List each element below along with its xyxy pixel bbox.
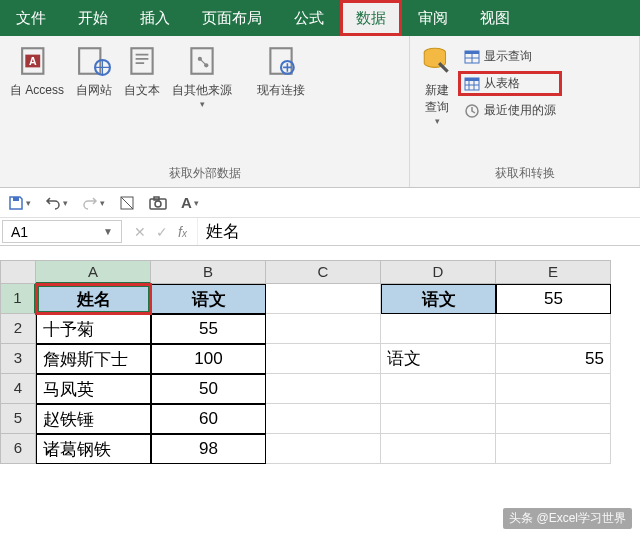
new-query-icon [420,44,454,78]
cell-b1[interactable]: 语文 [151,284,266,314]
row-header[interactable]: 5 [0,404,36,434]
col-header-d[interactable]: D [381,260,496,284]
cell-a3[interactable]: 詹姆斯下士 [36,344,151,374]
from-other-button[interactable]: 自其他来源 ▾ [166,42,238,111]
cancel-formula-button[interactable]: ✕ [134,224,146,240]
from-access-label: 自 Access [10,82,64,99]
menu-layout[interactable]: 页面布局 [186,0,278,36]
cell-b5[interactable]: 60 [151,404,266,434]
new-query-label: 新建 查询 [425,82,449,116]
cell-e1[interactable]: 55 [496,284,611,314]
show-queries-icon [464,49,480,65]
row-header[interactable]: 2 [0,314,36,344]
show-queries-label: 显示查询 [484,48,532,65]
cell-e4[interactable] [496,374,611,404]
from-access-button[interactable]: A 自 Access [4,42,70,101]
print-preview-button[interactable] [119,195,135,211]
col-header-a[interactable]: A [36,260,151,284]
group-transform-label: 获取和转换 [414,162,635,185]
group-external-label: 获取外部数据 [4,162,405,185]
from-web-button[interactable]: 自网站 [70,42,118,101]
cell-c4[interactable] [266,374,381,404]
save-button[interactable]: ▾ [8,195,31,211]
cell-b6[interactable]: 98 [151,434,266,464]
fx-button[interactable]: fx [178,224,187,240]
cell-d6[interactable] [381,434,496,464]
cell-c3[interactable] [266,344,381,374]
cell-b3[interactable]: 100 [151,344,266,374]
cell-b2[interactable]: 55 [151,314,266,344]
cell-a1[interactable]: 姓名 [36,284,151,314]
col-header-e[interactable]: E [496,260,611,284]
from-table-button[interactable]: 从表格 [460,73,560,94]
svg-text:A: A [29,55,37,67]
cell-d1[interactable]: 语文 [381,284,496,314]
select-all-corner[interactable] [0,260,36,284]
menu-bar: 文件 开始 插入 页面布局 公式 数据 审阅 视图 [0,0,640,36]
cell-e3[interactable]: 55 [496,344,611,374]
menu-file[interactable]: 文件 [0,0,62,36]
new-query-button[interactable]: 新建 查询 ▾ [414,42,460,128]
existing-conn-label: 现有连接 [257,82,305,99]
font-size-button[interactable]: A▾ [181,194,199,211]
cell-c1[interactable] [266,284,381,314]
from-text-button[interactable]: 自文本 [118,42,166,101]
chevron-down-icon: ▼ [103,226,113,237]
spreadsheet-grid[interactable]: A B C D E 1 姓名 语文 语文 55 2 十予菊 55 3 詹姆斯下士… [0,260,640,464]
existing-conn-button[interactable]: 现有连接 [251,42,311,101]
svg-rect-17 [13,197,19,201]
cell-c2[interactable] [266,314,381,344]
cell-c6[interactable] [266,434,381,464]
recent-icon [464,103,480,119]
col-header-b[interactable]: B [151,260,266,284]
menu-formula[interactable]: 公式 [278,0,340,36]
cell-a4[interactable]: 马凤英 [36,374,151,404]
row-header[interactable]: 1 [0,284,36,314]
row-header[interactable]: 3 [0,344,36,374]
cell-d4[interactable] [381,374,496,404]
formula-input[interactable]: 姓名 [197,218,640,245]
camera-button[interactable] [149,195,167,211]
from-text-label: 自文本 [124,82,160,99]
accept-formula-button[interactable]: ✓ [156,224,168,240]
svg-rect-15 [465,78,479,81]
menu-insert[interactable]: 插入 [124,0,186,36]
row-header[interactable]: 6 [0,434,36,464]
show-queries-button[interactable]: 显示查询 [460,46,560,67]
menu-review[interactable]: 审阅 [402,0,464,36]
recent-sources-button[interactable]: 最近使用的源 [460,100,560,121]
cell-c5[interactable] [266,404,381,434]
quick-access-toolbar: ▾ ▾ ▾ A▾ [0,188,640,218]
svg-rect-13 [465,51,479,54]
text-icon [125,44,159,78]
redo-button[interactable]: ▾ [82,195,105,211]
svg-rect-5 [131,48,152,74]
watermark: 头条 @Excel学习世界 [503,508,632,529]
name-box[interactable]: A1 ▼ [2,220,122,243]
menu-home[interactable]: 开始 [62,0,124,36]
cell-d2[interactable] [381,314,496,344]
cell-a5[interactable]: 赵铁锤 [36,404,151,434]
cell-e2[interactable] [496,314,611,344]
cell-a2[interactable]: 十予菊 [36,314,151,344]
cell-d5[interactable] [381,404,496,434]
col-header-c[interactable]: C [266,260,381,284]
cell-e5[interactable] [496,404,611,434]
cell-e6[interactable] [496,434,611,464]
formula-value: 姓名 [206,220,240,243]
undo-button[interactable]: ▾ [45,195,68,211]
access-icon: A [20,44,54,78]
formula-bar: A1 ▼ ✕ ✓ fx 姓名 [0,218,640,246]
cell-b4[interactable]: 50 [151,374,266,404]
from-other-label: 自其他来源 [172,82,232,99]
svg-point-20 [155,201,161,207]
menu-data[interactable]: 数据 [340,0,402,36]
other-sources-icon [185,44,219,78]
row-header[interactable]: 4 [0,374,36,404]
cell-d3[interactable]: 语文 [381,344,496,374]
recent-sources-label: 最近使用的源 [484,102,556,119]
menu-view[interactable]: 视图 [464,0,526,36]
cell-a6[interactable]: 诸葛钢铁 [36,434,151,464]
from-table-label: 从表格 [484,75,520,92]
web-icon [77,44,111,78]
